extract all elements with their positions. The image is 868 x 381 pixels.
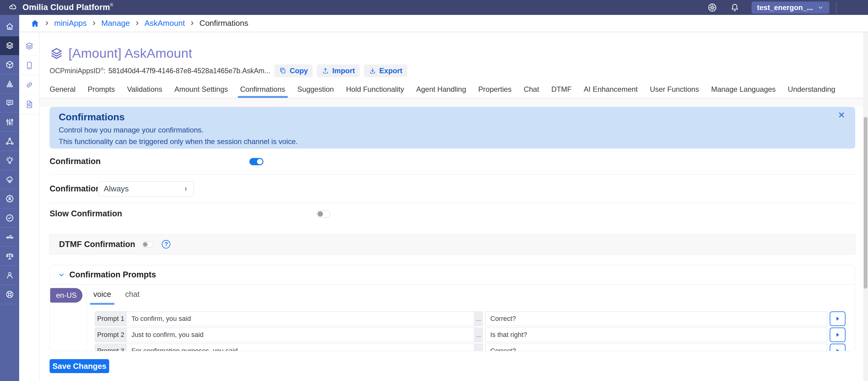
- subrail-item-layers[interactable]: [19, 36, 39, 56]
- sidebar-item-profile[interactable]: [0, 266, 19, 285]
- tab-suggestion[interactable]: Suggestion: [298, 85, 334, 98]
- topbar-right: test_energon_...: [707, 2, 868, 14]
- brand-logo[interactable]: Omilia Cloud Platform®: [7, 2, 113, 13]
- breadcrumb-home-icon[interactable]: [30, 19, 39, 28]
- section-title: Confirmation Prompts: [69, 270, 156, 279]
- prompt-2-play-button[interactable]: [830, 327, 845, 342]
- tab-chat[interactable]: Chat: [524, 85, 539, 98]
- subrail-item-document-search[interactable]: [19, 95, 39, 114]
- import-button[interactable]: Import: [317, 64, 360, 77]
- confirmation-mode-select[interactable]: Always: [98, 181, 194, 197]
- sidebar-item-network[interactable]: [0, 132, 19, 151]
- prompt-row-1: Prompt 1 To confirm, you said ... Correc…: [95, 311, 855, 326]
- tab-ai-enhancement[interactable]: AI Enhancement: [584, 85, 638, 98]
- channel-tab-voice[interactable]: voice: [93, 284, 111, 305]
- breadcrumb-separator: ›: [45, 18, 49, 29]
- brand-title: Omilia Cloud Platform®: [23, 3, 113, 12]
- confirmation-label: Confirmation: [50, 157, 249, 166]
- sidebar-item-miniapps[interactable]: [0, 36, 19, 55]
- sidebar-item-3d-object[interactable]: [0, 55, 19, 74]
- language-column: en-US: [50, 285, 87, 351]
- prompt-1-text-input[interactable]: To confirm, you said: [126, 311, 474, 326]
- badge-check-icon: [5, 213, 14, 222]
- slow-confirmation-row: Slow Confirmation: [50, 203, 855, 224]
- breadcrumb-current: Confirmations: [199, 19, 248, 28]
- sidebar-item-quality[interactable]: [0, 208, 19, 228]
- page-title-row: [Amount] AskAmount: [50, 46, 855, 61]
- primary-sidebar: [0, 15, 19, 381]
- breadcrumb-miniapps[interactable]: miniApps: [54, 19, 87, 28]
- tab-validations[interactable]: Validations: [127, 85, 162, 98]
- settings-icon[interactable]: [707, 2, 717, 13]
- tab-hold-functionality[interactable]: Hold Functionality: [346, 85, 404, 98]
- document-search-icon: [25, 100, 34, 109]
- secondary-sidebar: [19, 32, 39, 381]
- language-tab-en-us[interactable]: en-US: [50, 288, 83, 303]
- channel-tab-chat[interactable]: chat: [125, 284, 139, 305]
- tab-general[interactable]: General: [50, 85, 75, 98]
- dtmf-confirmation-label: DTMF Confirmation: [59, 240, 135, 249]
- tab-dtmf[interactable]: DTMF: [551, 85, 572, 98]
- banner-close-icon[interactable]: ✕: [838, 111, 845, 119]
- export-button[interactable]: Export: [364, 64, 407, 77]
- subrail-item-device[interactable]: [19, 56, 39, 75]
- prompt-3-play-button[interactable]: [830, 344, 845, 351]
- person-icon: [5, 271, 14, 280]
- life-ring-icon: [5, 290, 14, 299]
- breadcrumb-manage[interactable]: Manage: [101, 19, 130, 28]
- tab-prompts[interactable]: Prompts: [88, 85, 115, 98]
- sidebar-item-insights[interactable]: [0, 151, 19, 170]
- breadcrumb-askamount[interactable]: AskAmount: [145, 19, 185, 28]
- prompt-2-text-input[interactable]: Just to confirm, you said: [126, 327, 474, 342]
- sidebar-item-pipeline[interactable]: [0, 228, 19, 247]
- play-icon: [834, 348, 841, 351]
- help-icon[interactable]: ?: [162, 240, 170, 248]
- tab-amount-settings[interactable]: Amount Settings: [174, 85, 228, 98]
- chevron-down-icon: [58, 271, 65, 279]
- dtmf-confirmation-toggle[interactable]: [142, 241, 153, 248]
- sidebar-item-admin[interactable]: [0, 189, 19, 208]
- slow-confirmation-toggle[interactable]: [316, 210, 330, 217]
- prompt-1-expand-button[interactable]: ...: [474, 311, 483, 326]
- prompt-row-3: Prompt 3 For confirmation purposes, you …: [95, 344, 855, 351]
- sidebar-item-compliance[interactable]: [0, 247, 19, 266]
- prompt-3-label: Prompt 3: [95, 344, 126, 351]
- tab-confirmations[interactable]: Confirmations: [240, 85, 285, 98]
- sidebar-item-cloud-services[interactable]: [0, 170, 19, 189]
- sidebar-item-feedback[interactable]: [0, 94, 19, 113]
- prompt-3-suffix-input[interactable]: Correct?: [485, 344, 827, 351]
- sidebar-item-set-square[interactable]: [0, 74, 19, 94]
- copy-button[interactable]: Copy: [274, 64, 313, 77]
- save-changes-button[interactable]: Save Changes: [50, 359, 109, 373]
- confirmation-prompts-card: Confirmation Prompts en-US voice chat: [50, 265, 855, 351]
- prompt-1-suffix-input[interactable]: Correct?: [485, 311, 827, 326]
- topbar: Omilia Cloud Platform® test_energon_...: [0, 0, 868, 15]
- sliders-icon: [5, 117, 14, 127]
- tab-properties[interactable]: Properties: [478, 85, 512, 98]
- prompt-3-text-input[interactable]: For confirmation purposes, you said: [126, 344, 474, 351]
- slow-confirmation-label: Slow Confirmation: [50, 209, 316, 218]
- vertical-scrollbar[interactable]: [863, 32, 868, 381]
- sidebar-item-home[interactable]: [0, 17, 19, 36]
- user-menu-button[interactable]: test_energon_...: [751, 2, 829, 14]
- network-nodes-icon: [5, 137, 14, 146]
- copy-icon: [279, 67, 286, 74]
- notifications-bell-icon[interactable]: [730, 2, 740, 13]
- tab-user-functions[interactable]: User Functions: [650, 85, 699, 98]
- breadcrumb-separator: ›: [136, 18, 139, 29]
- sidebar-item-controls[interactable]: [0, 113, 19, 132]
- tab-agent-handling[interactable]: Agent Handling: [416, 85, 466, 98]
- subrail-item-link[interactable]: [19, 75, 39, 95]
- prompt-2-expand-button[interactable]: ...: [474, 327, 483, 342]
- chevron-down-icon: [817, 4, 824, 11]
- prompt-2-suffix-input[interactable]: Is that right?: [485, 327, 827, 342]
- breadcrumb-separator: ›: [191, 18, 194, 29]
- confirmation-prompts-header[interactable]: Confirmation Prompts: [50, 265, 855, 285]
- tab-understanding[interactable]: Understanding: [788, 85, 835, 98]
- confirmation-toggle[interactable]: [249, 158, 264, 165]
- prompt-1-play-button[interactable]: [830, 311, 845, 326]
- scrollbar-thumb[interactable]: [864, 117, 867, 289]
- prompt-3-expand-button[interactable]: ...: [474, 344, 483, 351]
- sidebar-item-support[interactable]: [0, 285, 19, 304]
- tab-manage-languages[interactable]: Manage Languages: [711, 85, 776, 98]
